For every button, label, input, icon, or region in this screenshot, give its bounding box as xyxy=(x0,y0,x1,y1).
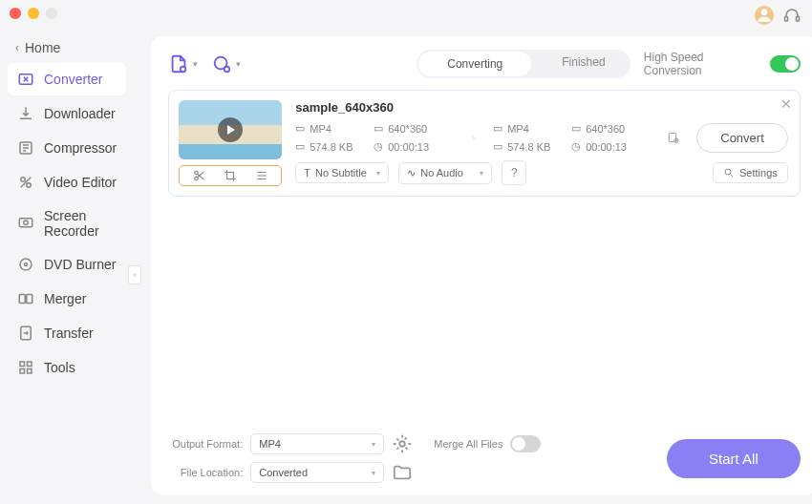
convert-button[interactable]: Convert xyxy=(696,123,788,153)
home-link[interactable]: ‹ Home xyxy=(8,34,126,61)
sidebar-item-label: Tools xyxy=(44,360,75,375)
search-icon xyxy=(723,167,735,178)
settings-button[interactable]: Settings xyxy=(713,162,788,183)
video-icon: ▭ xyxy=(295,122,305,135)
clock-icon: ◷ xyxy=(571,140,581,153)
output-format-label: Output Format: xyxy=(168,438,243,450)
start-all-button[interactable]: Start All xyxy=(667,439,801,478)
downloader-icon xyxy=(17,105,34,122)
svg-point-26 xyxy=(400,441,406,447)
maximize-window-button[interactable] xyxy=(46,8,57,19)
sidebar-item-transfer[interactable]: Transfer xyxy=(8,317,126,349)
video-icon: ▭ xyxy=(493,122,502,135)
svg-point-8 xyxy=(24,220,29,225)
sidebar-item-label: Downloader xyxy=(44,106,116,121)
sidebar: ‹ Home Converter Downloader Compressor V… xyxy=(0,27,134,504)
chevron-down-icon: ▾ xyxy=(372,469,375,477)
sidebar-item-label: Merger xyxy=(44,291,86,306)
minimize-window-button[interactable] xyxy=(28,8,39,19)
user-avatar[interactable] xyxy=(755,6,774,25)
tab-finished[interactable]: Finished xyxy=(533,50,630,78)
svg-point-10 xyxy=(25,263,28,266)
trim-button[interactable] xyxy=(193,169,206,182)
output-settings-button[interactable] xyxy=(667,126,679,149)
info-button[interactable]: ? xyxy=(502,160,526,185)
svg-rect-16 xyxy=(20,369,25,374)
target-meta: ▭MP4 ▭640*360 ▭574.8 KB ◷00:00:13 xyxy=(493,122,650,153)
tools-icon xyxy=(17,359,34,376)
subtitle-icon: T xyxy=(304,167,310,178)
subtitle-select[interactable]: TNo Subtitle ▾ xyxy=(295,162,389,183)
sidebar-item-label: Compressor xyxy=(44,140,117,156)
chevron-down-icon: ▾ xyxy=(236,59,241,69)
open-folder-button[interactable] xyxy=(392,462,413,483)
sidebar-item-tools[interactable]: Tools xyxy=(8,351,126,384)
compressor-icon xyxy=(17,139,34,157)
resolution-icon: ▭ xyxy=(374,122,383,135)
window-controls xyxy=(10,8,57,19)
chevron-left-icon: ‹ xyxy=(15,41,19,54)
add-folder-button[interactable]: ▾ xyxy=(211,53,241,74)
output-format-select[interactable]: MP4 ▾ xyxy=(250,433,384,454)
close-window-button[interactable] xyxy=(10,8,21,19)
dvd-icon xyxy=(17,256,34,273)
chevron-down-icon: ▾ xyxy=(480,169,483,178)
video-thumbnail[interactable] xyxy=(179,100,282,159)
transfer-icon xyxy=(17,325,34,342)
chevron-down-icon: ▾ xyxy=(376,169,380,178)
size-icon: ▭ xyxy=(493,140,502,153)
top-right-controls xyxy=(755,6,801,25)
merger-icon xyxy=(17,290,34,307)
svg-rect-17 xyxy=(28,369,32,374)
support-icon[interactable] xyxy=(783,7,801,24)
sidebar-item-screen-recorder[interactable]: Screen Recorder xyxy=(8,200,126,246)
sidebar-item-label: Video Editor xyxy=(44,175,117,190)
tab-converting[interactable]: Converting xyxy=(418,52,531,76)
svg-rect-11 xyxy=(19,295,25,304)
recorder-icon xyxy=(17,215,34,232)
output-format-settings-button[interactable] xyxy=(392,433,413,454)
add-file-button[interactable]: ▾ xyxy=(168,53,198,74)
effects-button[interactable] xyxy=(255,169,268,182)
svg-point-25 xyxy=(725,169,731,175)
remove-file-button[interactable]: ✕ xyxy=(780,96,792,112)
audio-icon: ∿ xyxy=(407,167,416,179)
svg-rect-2 xyxy=(797,17,800,22)
sidebar-item-video-editor[interactable]: Video Editor xyxy=(8,166,126,199)
chevron-down-icon: ▾ xyxy=(372,440,375,449)
svg-rect-1 xyxy=(785,17,788,22)
sidebar-item-merger[interactable]: Merger xyxy=(8,283,126,315)
merge-toggle[interactable] xyxy=(510,435,541,452)
svg-rect-23 xyxy=(669,134,676,142)
svg-rect-12 xyxy=(27,295,32,304)
editor-icon xyxy=(17,174,34,191)
sidebar-item-label: Converter xyxy=(44,72,102,87)
audio-select[interactable]: ∿No Audio ▾ xyxy=(398,162,492,184)
sidebar-item-downloader[interactable]: Downloader xyxy=(8,97,126,130)
thumb-tools xyxy=(179,165,282,186)
svg-rect-7 xyxy=(19,219,32,227)
sidebar-item-converter[interactable]: Converter xyxy=(8,63,126,95)
sidebar-item-dvd-burner[interactable]: DVD Burner xyxy=(8,248,126,281)
play-icon xyxy=(218,117,243,142)
file-location-label: File Location: xyxy=(168,467,243,478)
resolution-icon: ▭ xyxy=(571,122,581,135)
add-file-icon xyxy=(168,53,189,74)
status-tabs: Converting Finished xyxy=(417,50,630,78)
svg-point-0 xyxy=(761,9,768,15)
crop-button[interactable] xyxy=(224,169,237,182)
size-icon: ▭ xyxy=(295,140,305,153)
svg-point-9 xyxy=(20,259,32,270)
sidebar-item-label: Transfer xyxy=(44,326,94,341)
source-meta: ▭MP4 ▭640*360 ▭574.8 KB ◷00:00:13 xyxy=(295,122,452,153)
svg-point-6 xyxy=(27,183,32,188)
arrow-right-icon xyxy=(467,129,478,146)
file-location-select[interactable]: Converted ▾ xyxy=(250,462,384,483)
svg-rect-15 xyxy=(28,362,32,367)
high-speed-toggle[interactable] xyxy=(770,55,800,73)
sidebar-item-compressor[interactable]: Compressor xyxy=(8,132,126,164)
sidebar-item-label: Screen Recorder xyxy=(44,208,117,239)
high-speed-label: High Speed Conversion xyxy=(644,51,763,77)
collapse-sidebar-button[interactable]: ‹ xyxy=(128,265,141,284)
titlebar xyxy=(0,0,812,27)
